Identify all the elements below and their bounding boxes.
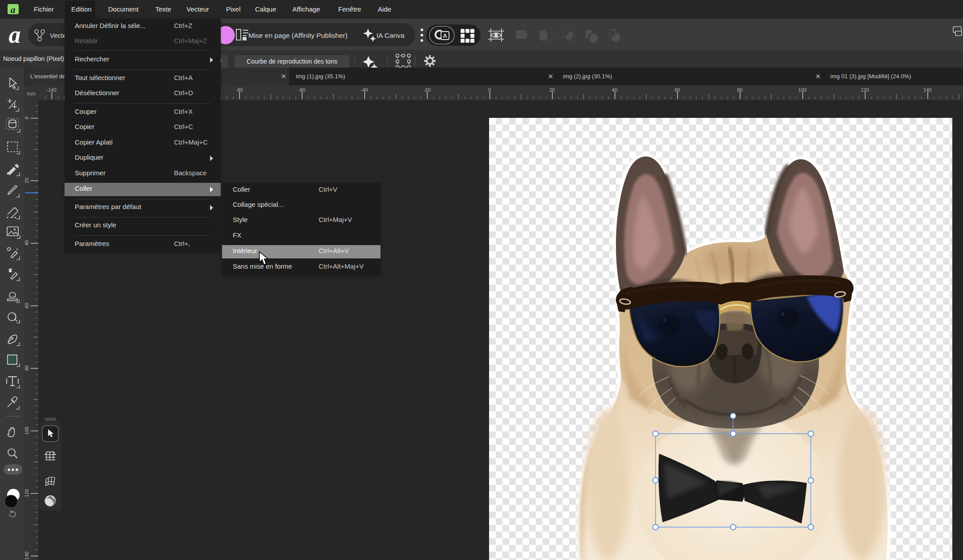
- svg-text:20: 20: [549, 87, 554, 93]
- svg-text:100: 100: [798, 87, 806, 93]
- svg-text:80: 80: [737, 87, 742, 93]
- svg-text:120: 120: [861, 87, 869, 93]
- svg-text:40: 40: [612, 87, 617, 93]
- svg-text:-40: -40: [361, 87, 368, 93]
- svg-text:mm: mm: [27, 91, 36, 97]
- svg-text:-80: -80: [236, 87, 243, 93]
- svg-text:-20: -20: [423, 87, 430, 93]
- svg-text:-60: -60: [298, 87, 305, 93]
- svg-text:-140: -140: [47, 87, 57, 93]
- svg-text:0: 0: [488, 87, 491, 93]
- svg-text:140: 140: [923, 87, 931, 93]
- svg-text:60: 60: [675, 87, 680, 93]
